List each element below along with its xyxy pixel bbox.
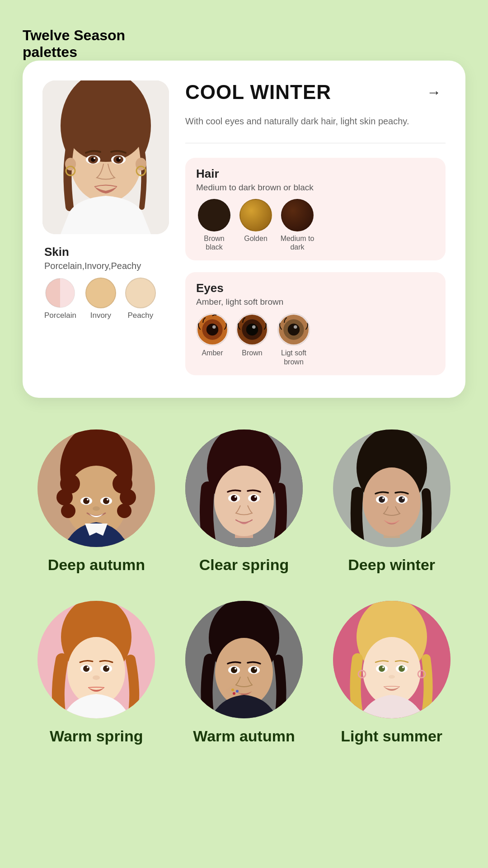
card-right: COOL WINTER → With cool eyes and natural… [185,80,446,378]
svg-point-52 [231,495,237,501]
seasons-row-1: Deep autumn [23,429,465,574]
svg-point-63 [382,497,384,499]
svg-point-91 [233,692,235,695]
hair-box: Hair Medium to dark brown or black Brown… [185,158,446,260]
svg-point-77 [93,675,100,680]
skin-swatch-porcelain: Porcelain [44,278,76,320]
hair-label-golden: Golden [244,234,267,243]
svg-point-28 [288,324,300,335]
card-left: Skin Porcelain,Invory,Peachy Porcelain I… [42,80,169,378]
svg-point-56 [254,496,256,498]
card-divider [185,143,446,143]
season-deep-autumn[interactable]: Deep autumn [23,429,170,574]
hair-circle-brown-black [198,199,230,231]
hair-swatches: Brown black Golden Medium to dark [196,199,435,251]
person-circle-warm-spring [38,601,155,718]
eyes-box: Eyes Amber, light soft brown [185,272,446,375]
eye-swatch-brown: Brown [236,313,268,366]
person-circle-deep-autumn [38,429,155,547]
hair-subtitle: Medium to dark brown or black [196,183,435,193]
svg-point-29 [294,326,297,329]
svg-point-38 [120,489,136,505]
svg-point-87 [254,668,256,670]
hair-swatch-golden: Golden [239,199,272,251]
svg-point-101 [402,666,404,668]
svg-point-4 [65,90,146,162]
skin-label: Skin [44,245,167,259]
eye-label-amber: Amber [202,349,223,357]
svg-point-65 [399,496,405,503]
hair-label-brown-black: Brown black [196,234,232,251]
svg-point-102 [389,675,395,679]
seasons-grid: Deep autumn [23,429,465,745]
svg-point-24 [246,324,258,335]
season-header: COOL WINTER → [185,80,446,104]
svg-point-20 [206,324,218,335]
season-name-deep-winter: Deep winter [348,556,435,574]
portrait [42,80,169,234]
hair-circle-medium-dark [281,199,314,231]
eyes-swatches: Amber Brown [196,313,435,366]
eyes-title: Eyes [196,281,435,295]
skin-subtitle: Porcelain,Invory,Peachy [44,261,167,271]
eyes-subtitle: Amber, light soft brown [196,297,435,307]
svg-point-89 [231,689,234,691]
season-name-warm-autumn: Warm autumn [193,727,295,745]
svg-point-36 [61,504,75,518]
page-title: Twelve Season palettes [23,27,465,61]
skin-section: Skin Porcelain,Invory,Peachy Porcelain I… [42,245,169,320]
eye-label-light-brown: Ligt soft brown [276,349,312,366]
eye-circle-amber [196,313,229,346]
season-clear-spring[interactable]: Clear spring [170,429,318,574]
person-circle-light-summer [333,601,450,718]
svg-point-35 [56,489,73,505]
person-circle-warm-autumn [185,601,303,718]
season-name-warm-spring: Warm spring [50,727,143,745]
swatch-circle-invory [85,278,116,308]
season-warm-spring[interactable]: Warm spring [23,601,170,745]
svg-point-60 [363,467,421,536]
season-warm-autumn[interactable]: Warm autumn [170,601,318,745]
svg-point-46 [93,506,100,511]
eye-circle-light-brown [277,313,310,346]
eye-swatch-amber: Amber [196,313,229,366]
swatch-label-invory: Invory [90,311,111,320]
seasons-row-2: Warm spring [23,601,465,745]
hair-title: Hair [196,167,435,181]
svg-point-72 [83,665,89,672]
svg-point-45 [107,499,108,500]
season-name-clear-spring: Clear spring [199,556,289,574]
person-circle-clear-spring [185,429,303,547]
svg-point-100 [399,665,405,672]
season-card: Skin Porcelain,Invory,Peachy Porcelain I… [23,61,465,398]
skin-swatch-peachy: Peachy [125,278,156,320]
swatch-label-peachy: Peachy [128,311,154,320]
hair-swatch-medium-dark: Medium to dark [279,199,315,251]
svg-point-39 [117,504,131,518]
svg-point-88 [226,686,242,697]
svg-point-90 [236,690,239,693]
hair-swatch-brown-black: Brown black [196,199,232,251]
svg-point-42 [87,499,89,500]
svg-point-98 [382,666,384,668]
season-description: With cool eyes and naturally dark hair, … [185,115,446,127]
svg-point-75 [103,665,109,672]
eye-circle-brown [236,313,268,346]
svg-point-55 [251,495,257,501]
svg-point-12 [94,157,95,159]
svg-point-41 [83,498,89,504]
svg-point-21 [212,326,216,329]
svg-point-84 [235,668,236,670]
svg-point-97 [379,665,385,672]
svg-point-25 [252,326,256,329]
svg-point-53 [235,496,236,498]
svg-point-50 [214,466,274,536]
season-light-summer[interactable]: Light summer [318,601,465,745]
hair-label-medium-dark: Medium to dark [279,234,315,251]
season-arrow[interactable]: → [422,80,446,104]
person-circle-deep-winter [333,429,450,547]
skin-swatches: Porcelain Invory Peachy [44,278,167,320]
hair-circle-golden [239,199,272,231]
svg-point-44 [103,498,109,504]
season-deep-winter[interactable]: Deep winter [318,429,465,574]
